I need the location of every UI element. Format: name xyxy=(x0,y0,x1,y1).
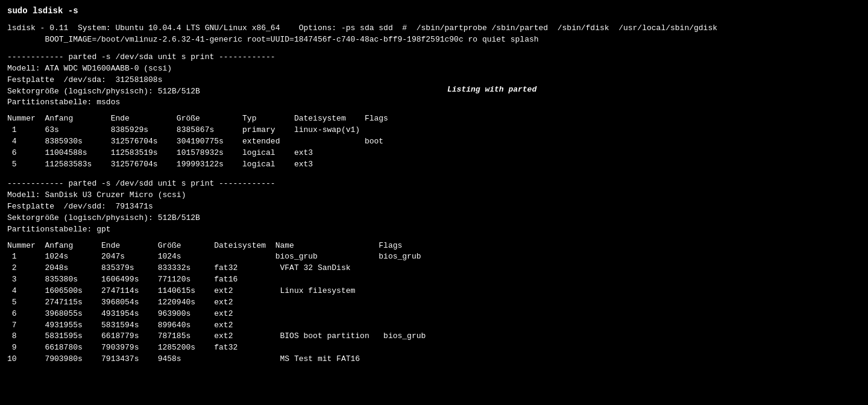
sda-sector: Sektorgröße (logisch/physisch): 512B/512… xyxy=(7,86,861,98)
table-row: 10 7903980s 7913437s 9458s MS Test mit F… xyxy=(7,354,861,365)
table-row: 9 6618780s 7903979s 1285200s fat32 xyxy=(7,342,861,354)
table-row: 4 1606500s 2747114s 1140615s ext2 Linux … xyxy=(7,286,861,297)
sdd-table: Nummer Anfang Ende Größe Dateisystem Nam… xyxy=(7,240,861,365)
sdd-divider: ------------ parted -s /dev/sdd unit s p… xyxy=(7,178,861,190)
table-row: 7 4931955s 5831594s 899640s ext2 xyxy=(7,320,861,331)
table-row: 6 11004588s 112583519s 101578932s logica… xyxy=(7,148,861,159)
sdd-table-header: Nummer Anfang Ende Größe Dateisystem Nam… xyxy=(7,240,861,252)
sda-model: Modell: ATA WDC WD1600AABB-0 (scsi) xyxy=(7,63,861,75)
sdd-partition-table: Partitionstabelle: gpt xyxy=(7,224,861,236)
page-title: sudo lsdisk -s xyxy=(7,5,861,17)
table-row: 6 3968055s 4931954s 963900s ext2 xyxy=(7,309,861,320)
table-row: 1 1024s 2047s 1024s bios_grub bios_grub xyxy=(7,251,861,263)
table-row: 3 835380s 1606499s 771120s fat16 xyxy=(7,274,861,286)
sda-disk: Festplatte /dev/sda: 312581808s xyxy=(7,75,861,86)
table-row: 5 112583583s 312576704s 199993122s logic… xyxy=(7,159,861,171)
table-row: 8 5831595s 6618779s 787185s ext2 BIOS bo… xyxy=(7,331,861,342)
sdd-model: Modell: SanDisk U3 Cruzer Micro (scsi) xyxy=(7,190,861,201)
lsdisk-info-line2: BOOT_IMAGE=/boot/vmlinuz-2.6.32-41-gener… xyxy=(7,34,861,46)
table-row: 4 8385930s 312576704s 304190775s extende… xyxy=(7,136,861,148)
sdd-sector: Sektorgröße (logisch/physisch): 512B/512… xyxy=(7,213,861,224)
sda-divider: ------------ parted -s /dev/sda unit s p… xyxy=(7,52,861,63)
table-row: 1 63s 8385929s 8385867s primary linux-sw… xyxy=(7,125,861,136)
sda-table-header: Nummer Anfang Ende Größe Typ Dateisystem… xyxy=(7,113,861,125)
sdd-disk: Festplatte /dev/sdd: 7913471s xyxy=(7,201,861,213)
lsdisk-info-line1: lsdisk - 0.11 System: Ubuntu 10.04.4 LTS… xyxy=(7,23,861,34)
sda-table: Nummer Anfang Ende Größe Typ Dateisystem… xyxy=(7,113,861,170)
table-row: 2 2048s 835379s 833332s fat32 VFAT 32 Sa… xyxy=(7,263,861,274)
table-row: 5 2747115s 3968054s 1220940s ext2 xyxy=(7,297,861,309)
listing-label: Listing with parted xyxy=(447,84,536,96)
sda-partition-table: Partitionstabelle: msdos xyxy=(7,97,861,108)
